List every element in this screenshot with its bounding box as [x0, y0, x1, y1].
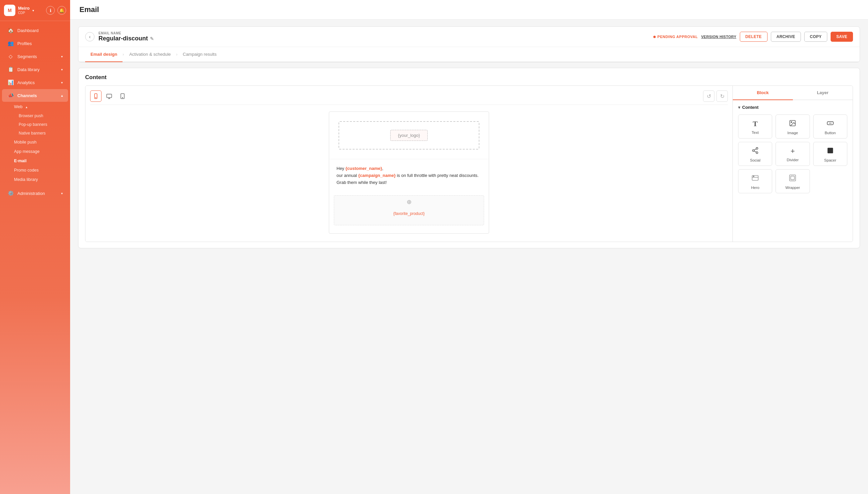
status-text: PENDING APPROVAL [657, 35, 698, 39]
sidebar-item-email[interactable]: E-mail [0, 156, 70, 166]
sidebar-header-icons: ℹ 🔔 [46, 6, 66, 15]
design-editor: ↺ ↻ {your_logo} [85, 86, 853, 242]
text-line1-pre: Hey [337, 166, 345, 171]
svg-point-11 [756, 148, 758, 150]
logo-block[interactable]: {your_logo} [339, 121, 479, 150]
divider-block-label: Divider [787, 158, 799, 162]
sidebar-item-profiles[interactable]: 👥 Profiles [2, 37, 68, 50]
product-placeholder: {favorite_product} [393, 211, 424, 216]
undo-button[interactable]: ↺ [703, 91, 714, 102]
profiles-icon: 👥 [7, 40, 14, 46]
topbar: Email [70, 0, 868, 20]
sidebar-item-web[interactable]: Web ▴ [0, 102, 70, 112]
dashboard-icon: 🏠 [7, 27, 14, 33]
svg-rect-16 [828, 148, 833, 154]
logo-placeholder: {your_logo} [390, 130, 428, 141]
svg-point-6 [122, 97, 123, 98]
sidebar-item-channels[interactable]: 📣 Channels ▴ [2, 89, 68, 102]
tablet-view-icon[interactable] [117, 91, 128, 102]
tab-campaign-results[interactable]: Campaign results [177, 47, 222, 62]
block-item-button[interactable]: Button [813, 114, 847, 138]
sidebar-item-administration[interactable]: ⚙️ Administration ▾ [2, 187, 68, 200]
product-canvas-block[interactable]: ⊕ {favorite_product} [329, 193, 489, 233]
svg-point-18 [753, 176, 754, 177]
block-item-divider[interactable]: + Divider [775, 142, 810, 166]
email-name-value: Regular-discount ✎ [98, 35, 154, 42]
sidebar-item-popup-banners[interactable]: Pop-up banners [0, 120, 70, 129]
panel-content-label: Content [742, 105, 758, 110]
block-item-spacer[interactable]: Spacer [813, 142, 847, 166]
sidebar-item-dashboard[interactable]: 🏠 Dashboard [2, 24, 68, 37]
block-item-text[interactable]: T Text [738, 114, 772, 138]
svg-line-15 [754, 149, 756, 150]
block-item-hero[interactable]: Hero [738, 169, 772, 193]
edit-icon[interactable]: ✎ [150, 36, 154, 41]
delete-button[interactable]: DELETE [740, 32, 768, 42]
tab-email-design[interactable]: Email design [85, 47, 122, 62]
svg-point-12 [753, 150, 754, 152]
panel-tab-layer[interactable]: Layer [793, 86, 853, 100]
info-icon[interactable]: ℹ [46, 6, 55, 15]
mobile-view-icon[interactable] [90, 91, 101, 102]
sidebar-item-label: Administration [17, 191, 45, 196]
analytics-icon: 📊 [7, 79, 14, 86]
button-block-icon [827, 119, 834, 129]
segments-icon: ◇ [7, 53, 14, 59]
block-item-social[interactable]: Social [738, 142, 772, 166]
sidebar-item-promo-codes[interactable]: Promo codes [0, 166, 70, 175]
channels-sub-group: Web ▴ Browser push Pop-up banners Native… [0, 102, 70, 184]
channels-arrow-icon: ▴ [61, 94, 63, 97]
sidebar-item-mobile-push[interactable]: Mobile push [0, 137, 70, 147]
svg-rect-19 [790, 175, 796, 181]
administration-arrow-icon: ▾ [61, 192, 63, 195]
text-canvas-block[interactable]: Hey {customer_name}, our annual {campaig… [329, 159, 489, 193]
panel-section-header[interactable]: ▾ Content [738, 105, 847, 110]
logo-chevron-icon[interactable]: ▾ [32, 9, 34, 12]
product-block[interactable]: ⊕ {favorite_product} [334, 195, 484, 225]
panel-section-content: ▾ Content T Text [733, 100, 853, 198]
email-label: E-mail [14, 158, 27, 163]
archive-button[interactable]: ARCHIVE [771, 32, 801, 42]
data-library-icon: 📋 [7, 66, 14, 72]
right-panel: Block Layer ▾ Content T [733, 86, 853, 242]
sidebar-logo[interactable]: M Meiro CDP ▾ [4, 5, 34, 16]
desktop-view-icon[interactable] [103, 91, 115, 102]
email-name-card: ‹ EMAIL NAME Regular-discount ✎ PENDING … [78, 26, 860, 62]
text-content: Hey {customer_name}, our annual {campaig… [337, 165, 482, 186]
redo-button[interactable]: ↻ [716, 91, 728, 102]
status-badge: PENDING APPROVAL [653, 35, 698, 39]
copy-button[interactable]: COPY [804, 32, 827, 42]
text-line1-post: , [382, 166, 383, 171]
sidebar-item-browser-push[interactable]: Browser push [0, 112, 70, 120]
section-toggle-icon: ▾ [738, 105, 740, 110]
save-button[interactable]: SAVE [831, 32, 853, 42]
sidebar-item-segments[interactable]: ◇ Segments ▾ [2, 50, 68, 63]
panel-tab-block[interactable]: Block [733, 86, 793, 100]
web-arrow-icon: ▴ [26, 105, 27, 109]
browser-push-label: Browser push [19, 113, 43, 118]
tab-activation-schedule[interactable]: Activation & schedule [124, 47, 176, 62]
analytics-arrow-icon: ▾ [61, 81, 63, 84]
canvas-content: {your_logo} Hey {customer_name}, our ann… [90, 108, 728, 237]
promo-codes-label: Promo codes [14, 168, 39, 173]
email-name-info: EMAIL NAME Regular-discount ✎ [98, 31, 154, 42]
block-item-wrapper[interactable]: Wrapper [775, 169, 810, 193]
divider-block-icon: + [791, 147, 795, 155]
sidebar-nav: 🏠 Dashboard 👥 Profiles ◇ Segments ▾ 📋 Da… [0, 21, 70, 203]
campaign-name-var: {campaign_name} [358, 173, 396, 178]
sidebar-item-media-library[interactable]: Media library [0, 175, 70, 184]
image-block-icon [789, 119, 796, 129]
sidebar-item-native-banners[interactable]: Native banners [0, 129, 70, 137]
wrapper-block-icon [789, 174, 796, 183]
spacer-block-label: Spacer [824, 158, 836, 162]
bell-icon[interactable]: 🔔 [57, 6, 66, 15]
logo-canvas-block[interactable]: {your_logo} [329, 112, 489, 159]
block-item-image[interactable]: Image [775, 114, 810, 138]
data-library-arrow-icon: ▾ [61, 68, 63, 72]
sidebar-item-analytics[interactable]: 📊 Analytics ▾ [2, 76, 68, 89]
sidebar-item-app-message[interactable]: App message [0, 147, 70, 156]
page-title: Email [79, 5, 99, 14]
sidebar-item-data-library[interactable]: 📋 Data library ▾ [2, 63, 68, 76]
version-history-link[interactable]: VERSION HISTORY [701, 35, 736, 39]
back-button[interactable]: ‹ [85, 32, 94, 41]
